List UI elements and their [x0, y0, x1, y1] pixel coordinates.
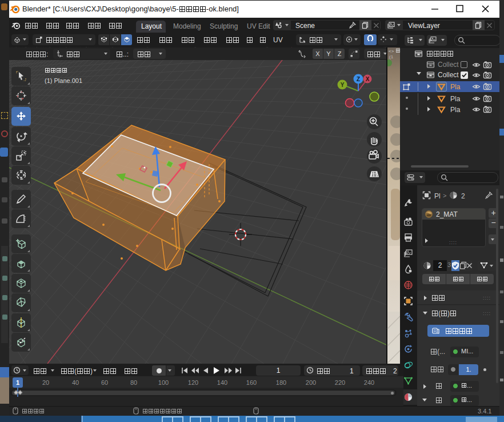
- svg-text:Y: Y: [341, 82, 345, 88]
- svg-text:Z: Z: [357, 76, 360, 82]
- svg-text:X: X: [366, 76, 370, 82]
